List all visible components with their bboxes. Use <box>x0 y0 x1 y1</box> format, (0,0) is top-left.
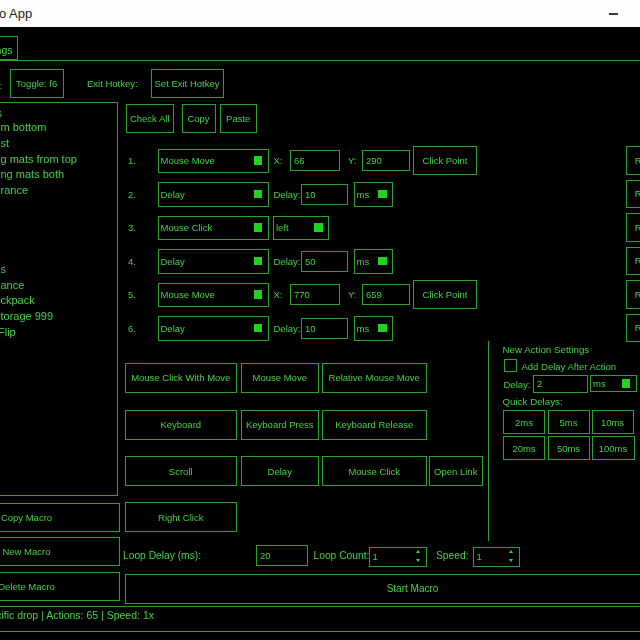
list-item[interactable]: ckpack <box>1 293 35 309</box>
right-click-button[interactable]: Right Click <box>125 502 237 532</box>
keyboard-release-button[interactable]: Keyboard Release <box>322 410 427 440</box>
exit-hotkey-label: Exit Hotkey: <box>87 78 138 89</box>
toggle-hotkey-button[interactable]: Toggle: f6 <box>10 69 64 98</box>
click-point-button[interactable]: Click Point <box>413 280 477 309</box>
action-index: 3. <box>128 222 136 233</box>
mouse-button-select[interactable]: left <box>273 216 329 241</box>
status-text: Specific drop | Actions: 65 | Speed: 1x <box>0 609 154 621</box>
quick-delays-label: Quick Delays: <box>503 396 563 407</box>
open-link-button[interactable]: Open Link <box>429 456 483 486</box>
new-action-settings-title: New Action Settings <box>503 344 590 355</box>
delete-macro-button[interactable]: Delete Macro <box>0 572 120 601</box>
window-title: Macro App <box>0 0 32 27</box>
check-all-button[interactable]: Check All <box>126 104 175 134</box>
separator-vline <box>488 341 490 541</box>
y-input[interactable]: 659 <box>362 284 410 305</box>
remove-action-button[interactable]: Remove <box>626 247 640 276</box>
remove-action-button[interactable]: Remove <box>626 146 640 175</box>
spinner-down-icon[interactable] <box>416 559 420 562</box>
y-label: Y: <box>348 155 356 166</box>
keyboard-press-button[interactable]: Keyboard Press <box>241 410 320 440</box>
ms-select[interactable]: ms <box>354 182 394 207</box>
action-type-select[interactable]: Delay <box>158 249 269 274</box>
start-macro-button[interactable]: Start Macro <box>125 574 640 604</box>
copy-macro-button[interactable]: Copy Macro <box>0 503 120 532</box>
dropdown-square-icon <box>314 223 323 232</box>
toggle-hotkey-label: Toggle Hotkey: <box>0 80 3 91</box>
action-type-value: Delay <box>161 189 185 200</box>
dropdown-square-icon <box>378 190 387 199</box>
list-item[interactable]: g mats from top <box>1 152 77 168</box>
scroll-button[interactable]: Scroll <box>125 456 237 486</box>
add-delay-label: Add Delay After Action <box>522 361 617 372</box>
spinner-down-icon[interactable] <box>509 559 513 562</box>
mouse-click-with-move-button[interactable]: Mouse Click With Move <box>125 363 237 393</box>
delay-label: Delay: <box>274 189 301 200</box>
action-type-select[interactable]: Delay <box>158 316 269 341</box>
mouse-click-button[interactable]: Mouse Click <box>322 456 427 486</box>
new-delay-input[interactable]: 2 <box>533 375 588 393</box>
quick-delay-2ms-button[interactable]: 2ms <box>503 410 545 434</box>
click-point-button[interactable]: Click Point <box>413 146 477 175</box>
paste-button[interactable]: Paste <box>220 104 258 134</box>
copy-button[interactable]: Copy <box>182 104 216 134</box>
quick-delay-50ms-button[interactable]: 50ms <box>548 436 590 460</box>
dropdown-square-icon <box>254 223 263 232</box>
list-item[interactable]: ance <box>1 278 25 294</box>
remove-action-button[interactable]: Remove <box>626 314 640 343</box>
add-delay-checkbox[interactable] <box>504 359 518 373</box>
ms-select[interactable]: ms <box>354 316 394 341</box>
list-item[interactable]: st <box>1 136 10 152</box>
quick-delay-10ms-button[interactable]: 10ms <box>592 410 634 434</box>
quick-delay-20ms-button[interactable]: 20ms <box>503 436 545 460</box>
action-type-value: Mouse Click <box>161 222 213 233</box>
delay-input[interactable]: 10 <box>301 318 348 339</box>
minimize-icon[interactable] <box>609 13 618 16</box>
ms-select[interactable]: ms <box>354 249 394 274</box>
keyboard-button[interactable]: Keyboard <box>125 410 237 440</box>
loop-delay-label: Loop Delay (ms): <box>123 550 201 561</box>
remove-action-button[interactable]: Remove <box>626 213 640 242</box>
spinner-up-icon[interactable] <box>509 550 513 553</box>
delay-button[interactable]: Delay <box>241 456 320 486</box>
list-item[interactable]: torage 999 <box>1 309 54 325</box>
action-type-value: Delay <box>161 323 185 334</box>
set-exit-hotkey-button[interactable]: Set Exit Hotkey <box>151 69 224 98</box>
new-macro-button[interactable]: New Macro <box>0 537 120 566</box>
delay-input[interactable]: 50 <box>301 251 348 272</box>
delay-label: Delay: <box>274 323 301 334</box>
ms-value: ms <box>357 189 370 200</box>
dropdown-square-icon <box>254 257 263 266</box>
remove-action-button[interactable]: Remove <box>626 280 640 309</box>
delay-input[interactable]: 10 <box>301 184 348 205</box>
dropdown-square-icon <box>254 290 263 299</box>
spinner-up-icon[interactable] <box>416 550 420 553</box>
action-type-select[interactable]: Delay <box>158 182 269 207</box>
action-type-select[interactable]: Mouse Move <box>158 283 269 308</box>
x-input[interactable]: 770 <box>290 284 340 305</box>
list-item[interactable]: ng mats both <box>1 167 65 183</box>
ms-value: ms <box>357 256 370 267</box>
ms-value: ms <box>593 378 606 389</box>
action-type-select[interactable]: Mouse Click <box>158 216 269 241</box>
quick-delay-100ms-button[interactable]: 100ms <box>592 436 635 460</box>
list-item[interactable]: s <box>1 262 7 278</box>
dropdown-square-icon <box>378 257 387 266</box>
relative-mouse-move-button[interactable]: Relative Mouse Move <box>322 363 427 393</box>
loop-delay-input[interactable]: 20 <box>256 545 308 566</box>
quick-delay-5ms-button[interactable]: 5ms <box>548 410 590 434</box>
x-label: X: <box>274 289 283 300</box>
action-index: 2. <box>128 189 136 200</box>
x-input[interactable]: 66 <box>290 150 340 171</box>
new-delay-label: Delay: <box>504 379 531 390</box>
dropdown-square-icon <box>254 156 263 165</box>
list-item[interactable]: m bottom <box>1 120 47 136</box>
list-item[interactable]: Flip <box>0 325 16 341</box>
action-type-select[interactable]: Mouse Move <box>158 149 269 174</box>
new-ms-select[interactable]: ms <box>590 375 637 392</box>
dropdown-square-icon <box>254 324 263 333</box>
mouse-move-button[interactable]: Mouse Move <box>241 363 320 393</box>
y-input[interactable]: 290 <box>362 150 410 171</box>
list-item[interactable]: rance <box>1 183 29 199</box>
remove-action-button[interactable]: Remove <box>626 180 640 209</box>
